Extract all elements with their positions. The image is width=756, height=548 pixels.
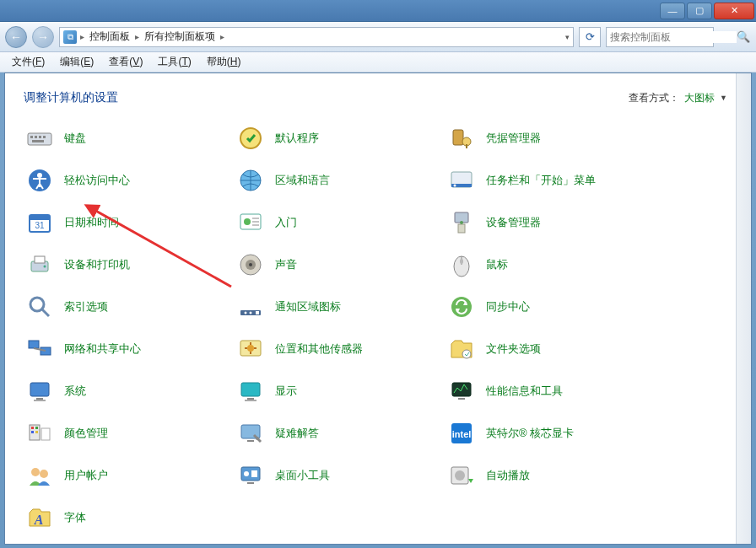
cp-item-taskbar-start[interactable]: 任务栏和「开始」菜单 bbox=[446, 159, 656, 201]
menu-file[interactable]: 文件(F) bbox=[5, 53, 51, 71]
troubleshooting-icon bbox=[236, 419, 265, 448]
minimize-button[interactable]: — bbox=[660, 3, 685, 19]
cp-item-gadgets[interactable]: 桌面小工具 bbox=[235, 454, 446, 497]
svg-rect-7 bbox=[453, 130, 463, 145]
svg-rect-46 bbox=[30, 383, 49, 396]
breadcrumb[interactable]: ⧉ ▸ 控制面板 ▸ 所有控制面板项 ▸ ▾ bbox=[59, 27, 574, 47]
cp-item-autoplay[interactable]: 自动播放 bbox=[446, 454, 656, 497]
display-icon bbox=[236, 377, 265, 406]
chevron-down-icon[interactable]: ▾ bbox=[564, 33, 570, 41]
navigation-bar: ← → ⧉ ▸ 控制面板 ▸ 所有控制面板项 ▸ ▾ ⟳ 🔍 bbox=[0, 22, 756, 52]
svg-point-65 bbox=[31, 468, 40, 476]
cp-item-mouse[interactable]: 鼠标 bbox=[446, 244, 656, 286]
scroll-up-button[interactable]: ▲ bbox=[737, 74, 749, 88]
cp-item-label: 通知区域图标 bbox=[275, 299, 341, 314]
cp-item-label: 区域和语言 bbox=[275, 173, 330, 188]
cp-item-system[interactable]: 系统 bbox=[24, 370, 235, 412]
search-box[interactable]: 🔍 bbox=[606, 27, 714, 47]
cp-item-keyboard[interactable]: 键盘 bbox=[24, 117, 235, 159]
search-input[interactable] bbox=[610, 31, 737, 43]
cp-item-notification-icons[interactable]: 通知区域图标 bbox=[235, 286, 446, 328]
nav-forward-button[interactable]: → bbox=[32, 26, 54, 48]
cp-item-sound[interactable]: 声音 bbox=[235, 244, 446, 286]
svg-rect-2 bbox=[35, 136, 37, 138]
svg-rect-69 bbox=[251, 470, 257, 477]
refresh-button[interactable]: ⟳ bbox=[579, 27, 601, 47]
maximize-button[interactable]: ▢ bbox=[687, 3, 712, 19]
title-bar: — ▢ ✕ bbox=[0, 0, 756, 22]
close-button[interactable]: ✕ bbox=[714, 3, 754, 19]
nav-back-button[interactable]: ← bbox=[5, 26, 27, 48]
svg-line-34 bbox=[42, 309, 49, 316]
taskbar-start-icon bbox=[447, 166, 476, 195]
cp-item-region-language[interactable]: 区域和语言 bbox=[235, 159, 446, 201]
svg-text:31: 31 bbox=[35, 221, 45, 230]
menu-edit[interactable]: 编辑(E) bbox=[53, 53, 100, 71]
user-accounts-icon bbox=[25, 461, 54, 490]
cp-item-indexing[interactable]: 索引选项 bbox=[24, 286, 235, 328]
performance-icon bbox=[447, 377, 476, 406]
gadgets-icon bbox=[236, 461, 265, 490]
cp-item-devices-printers[interactable]: 设备和打印机 bbox=[24, 244, 235, 286]
menu-view[interactable]: 查看(V) bbox=[102, 53, 149, 71]
cp-item-credential-manager[interactable]: 凭据管理器 bbox=[446, 117, 656, 159]
mouse-icon bbox=[447, 250, 476, 279]
svg-rect-56 bbox=[35, 427, 38, 429]
cp-item-label: 桌面小工具 bbox=[275, 468, 330, 483]
autoplay-icon bbox=[447, 461, 476, 490]
cp-item-label: 设备和打印机 bbox=[64, 257, 130, 272]
cp-item-location-sensors[interactable]: 位置和其他传感器 bbox=[235, 328, 446, 370]
svg-rect-58 bbox=[35, 431, 38, 433]
cp-item-intel-graphics[interactable]: intel英特尔® 核芯显卡 bbox=[446, 412, 656, 454]
cp-item-label: 性能信息和工具 bbox=[486, 384, 563, 399]
cp-item-label: 位置和其他传感器 bbox=[275, 341, 363, 357]
svg-rect-41 bbox=[40, 347, 51, 355]
cp-item-default-programs[interactable]: 默认程序 bbox=[235, 117, 446, 159]
cp-item-display[interactable]: 显示 bbox=[235, 370, 446, 412]
svg-rect-62 bbox=[247, 440, 254, 442]
svg-rect-40 bbox=[29, 341, 39, 348]
menu-tools[interactable]: 工具(T) bbox=[151, 53, 197, 71]
cp-item-performance[interactable]: 性能信息和工具 bbox=[446, 370, 656, 412]
cp-item-color-management[interactable]: 颜色管理 bbox=[24, 412, 235, 454]
svg-rect-47 bbox=[36, 398, 43, 400]
cp-item-label: 字体 bbox=[64, 510, 86, 525]
cp-item-network-sharing[interactable]: 网络和共享中心 bbox=[24, 328, 235, 370]
location-sensors-icon bbox=[236, 335, 265, 363]
cp-item-label: 日期和时间 bbox=[64, 215, 119, 230]
cp-item-label: 轻松访问中心 bbox=[64, 173, 130, 188]
chevron-down-icon: ▼ bbox=[720, 94, 727, 102]
cp-item-sync-center[interactable]: 同步中心 bbox=[446, 286, 656, 328]
cp-item-label: 用户帐户 bbox=[64, 468, 108, 483]
cp-item-folder-options[interactable]: 文件夹选项 bbox=[446, 328, 656, 370]
svg-point-20 bbox=[244, 218, 251, 225]
scrollbar-thumb[interactable] bbox=[741, 326, 748, 338]
cp-item-label: 自动播放 bbox=[486, 468, 530, 483]
menu-bar: 文件(F) 编辑(E) 查看(V) 工具(T) 帮助(H) bbox=[0, 52, 756, 73]
cp-item-ease-of-access[interactable]: 轻松访问中心 bbox=[24, 159, 235, 201]
notification-icons-icon bbox=[236, 293, 265, 321]
cp-item-user-accounts[interactable]: 用户帐户 bbox=[24, 454, 235, 497]
scroll-down-button[interactable]: ▼ bbox=[737, 529, 749, 543]
svg-rect-17 bbox=[30, 215, 50, 220]
fonts-icon: A bbox=[25, 503, 54, 532]
breadcrumb-root[interactable]: 控制面板 bbox=[88, 30, 132, 44]
folder-options-icon bbox=[447, 335, 476, 363]
cp-item-date-time[interactable]: 31日期和时间 bbox=[24, 201, 235, 244]
svg-rect-5 bbox=[32, 140, 44, 142]
cp-item-label: 系统 bbox=[64, 384, 86, 399]
cp-item-label: 颜色管理 bbox=[64, 426, 108, 441]
cp-item-label: 键盘 bbox=[64, 131, 86, 146]
cp-item-getting-started[interactable]: 入门 bbox=[235, 201, 446, 244]
menu-help[interactable]: 帮助(H) bbox=[200, 53, 248, 71]
cp-item-fonts[interactable]: A字体 bbox=[24, 497, 235, 539]
breadcrumb-sub[interactable]: 所有控制面板项 bbox=[143, 30, 217, 44]
cp-item-troubleshooting[interactable]: 疑难解答 bbox=[235, 412, 446, 454]
refresh-icon: ⟳ bbox=[586, 30, 595, 43]
view-by-selector[interactable]: 查看方式： 大图标 ▼ bbox=[629, 91, 727, 105]
view-by-value[interactable]: 大图标 bbox=[684, 91, 715, 105]
cp-item-device-manager[interactable]: 设备管理器 bbox=[446, 201, 656, 244]
svg-point-11 bbox=[37, 173, 42, 178]
svg-text:A: A bbox=[34, 513, 44, 527]
ease-of-access-icon bbox=[25, 166, 54, 195]
